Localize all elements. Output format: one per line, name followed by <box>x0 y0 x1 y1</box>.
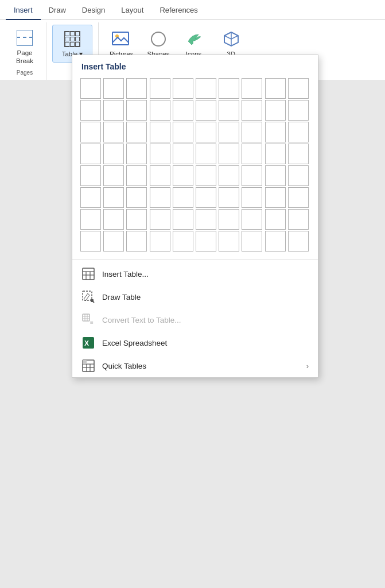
grid-cell[interactable] <box>173 231 193 252</box>
grid-cell[interactable] <box>265 209 286 230</box>
quick-tables-menu-item[interactable]: Quick Tables › <box>72 354 318 377</box>
excel-spreadsheet-menu-item[interactable]: X Excel Spreadsheet <box>72 331 318 354</box>
grid-cell[interactable] <box>173 122 193 142</box>
grid-cell[interactable] <box>150 78 170 99</box>
grid-cell[interactable] <box>196 165 216 186</box>
grid-cell[interactable] <box>173 187 193 208</box>
grid-cell[interactable] <box>196 187 216 208</box>
grid-cell[interactable] <box>242 122 262 142</box>
insert-table-menu-item[interactable]: Insert Table... <box>72 262 318 285</box>
grid-cell[interactable] <box>150 209 170 230</box>
svg-rect-10 <box>91 299 94 302</box>
grid-cell[interactable] <box>219 78 239 99</box>
grid-cell[interactable] <box>242 100 262 121</box>
tab-references[interactable]: References <box>151 0 205 20</box>
grid-cell[interactable] <box>150 122 170 142</box>
grid-cell[interactable] <box>265 144 286 164</box>
grid-cell[interactable] <box>265 100 286 121</box>
grid-cell[interactable] <box>103 231 124 252</box>
grid-cell[interactable] <box>80 144 101 164</box>
3d-models-icon <box>221 29 242 49</box>
grid-cell[interactable] <box>150 231 170 252</box>
grid-cell[interactable] <box>150 165 170 186</box>
grid-cell[interactable] <box>288 122 309 142</box>
grid-cell[interactable] <box>288 144 309 164</box>
draw-table-menu-item[interactable]: Draw Table <box>72 285 318 308</box>
tab-insert[interactable]: Insert <box>6 0 41 20</box>
grid-cell[interactable] <box>150 100 170 121</box>
grid-cell[interactable] <box>288 78 309 99</box>
grid-cell[interactable] <box>288 209 309 230</box>
table-icon <box>62 29 83 49</box>
grid-cell[interactable] <box>219 122 239 142</box>
grid-cell[interactable] <box>103 144 124 164</box>
grid-cell[interactable] <box>80 165 101 186</box>
insert-table-label: Insert Table... <box>102 270 309 278</box>
grid-cell[interactable] <box>265 187 286 208</box>
grid-cell[interactable] <box>288 187 309 208</box>
svg-point-2 <box>151 32 165 46</box>
grid-cell[interactable] <box>126 231 147 252</box>
grid-cell[interactable] <box>80 187 101 208</box>
grid-cell[interactable] <box>196 231 216 252</box>
grid-cell[interactable] <box>126 209 147 230</box>
grid-cell[interactable] <box>219 209 239 230</box>
grid-cell[interactable] <box>173 78 193 99</box>
grid-cell[interactable] <box>103 122 124 142</box>
grid-cell[interactable] <box>126 100 147 121</box>
page-break-button[interactable]: PageBreak <box>9 25 40 68</box>
grid-cell[interactable] <box>80 122 101 142</box>
grid-cell[interactable] <box>242 165 262 186</box>
grid-cell[interactable] <box>265 78 286 99</box>
grid-cell[interactable] <box>80 231 101 252</box>
grid-cell[interactable] <box>173 165 193 186</box>
grid-cell[interactable] <box>196 122 216 142</box>
grid-cell[interactable] <box>219 165 239 186</box>
grid-cell[interactable] <box>126 165 147 186</box>
grid-cell[interactable] <box>126 122 147 142</box>
grid-cell[interactable] <box>196 78 216 99</box>
grid-cell[interactable] <box>196 209 216 230</box>
grid-cell[interactable] <box>126 78 147 99</box>
grid-cell[interactable] <box>80 78 101 99</box>
grid-cell[interactable] <box>265 165 286 186</box>
grid-cell[interactable] <box>173 100 193 121</box>
grid-cell[interactable] <box>150 144 170 164</box>
grid-cell[interactable] <box>288 165 309 186</box>
grid-cell[interactable] <box>242 144 262 164</box>
grid-cell[interactable] <box>196 100 216 121</box>
grid-cell[interactable] <box>80 209 101 230</box>
quick-tables-icon <box>81 359 95 373</box>
grid-cell[interactable] <box>173 144 193 164</box>
grid-cell[interactable] <box>219 187 239 208</box>
grid-cell[interactable] <box>288 100 309 121</box>
tab-draw[interactable]: Draw <box>41 0 74 20</box>
grid-cell[interactable] <box>265 231 286 252</box>
table-grid-picker[interactable] <box>72 76 318 257</box>
grid-cell[interactable] <box>103 100 124 121</box>
grid-cell[interactable] <box>103 165 124 186</box>
grid-cell[interactable] <box>242 209 262 230</box>
grid-cell[interactable] <box>150 187 170 208</box>
convert-text-menu-item: ≡ Convert Text to Table... <box>72 308 318 331</box>
grid-cell[interactable] <box>103 209 124 230</box>
grid-cell[interactable] <box>242 187 262 208</box>
grid-cell[interactable] <box>242 231 262 252</box>
grid-cell[interactable] <box>103 78 124 99</box>
grid-cell[interactable] <box>173 209 193 230</box>
tab-design[interactable]: Design <box>74 0 113 20</box>
grid-cell[interactable] <box>196 144 216 164</box>
tab-layout[interactable]: Layout <box>113 0 151 20</box>
grid-cell[interactable] <box>80 100 101 121</box>
grid-cell[interactable] <box>219 144 239 164</box>
grid-cell[interactable] <box>103 187 124 208</box>
grid-cell[interactable] <box>126 187 147 208</box>
excel-icon: X <box>81 336 95 350</box>
grid-cell[interactable] <box>126 144 147 164</box>
grid-cell[interactable] <box>219 231 239 252</box>
grid-cell[interactable] <box>265 122 286 142</box>
grid-cell[interactable] <box>219 100 239 121</box>
grid-cell[interactable] <box>288 231 309 252</box>
grid-cell[interactable] <box>242 78 262 99</box>
draw-table-label: Draw Table <box>102 293 309 301</box>
